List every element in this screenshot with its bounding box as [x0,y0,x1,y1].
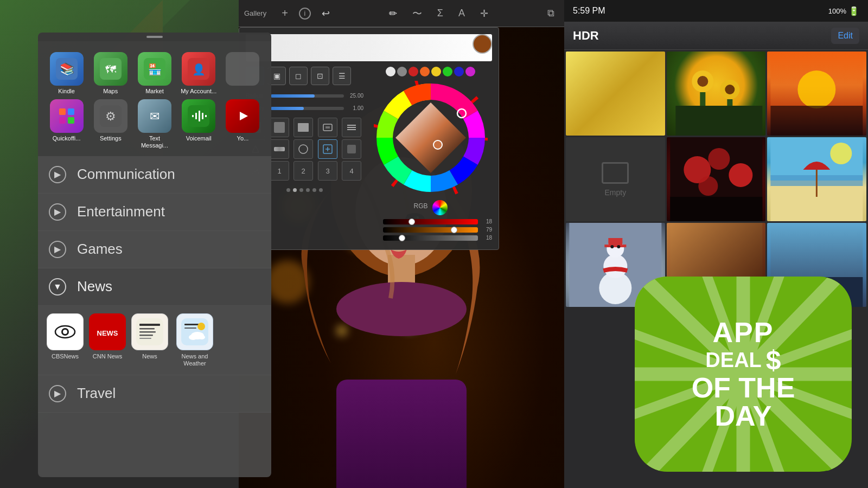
dot-6 [319,188,323,192]
add-btn[interactable]: + [277,5,292,22]
g-track[interactable] [383,227,478,233]
app-market[interactable]: 🏪 Market [135,52,174,95]
color-dot-6[interactable] [443,67,452,76]
color-dot-1[interactable] [386,67,395,76]
b-cursor [399,235,405,241]
brush-4[interactable] [318,118,337,137]
sigma-tool[interactable]: Σ [433,5,448,21]
color-dot-7[interactable] [454,67,464,76]
crop-tool-btn[interactable]: ⊡ [311,67,329,85]
g-slider-row: 79 [369,227,492,233]
photo-2[interactable] [667,52,766,136]
color-picker-panel: ✏ ▣ ◻ ⊡ ☰ Radius 25.00 Opacity [239,27,499,250]
svg-rect-11 [59,117,66,124]
entertainment-arrow: ▶ [49,203,66,221]
color-wheel-wrapper[interactable] [374,81,488,195]
app-cnnnews[interactable]: NEWS CNN News [89,313,126,367]
svg-rect-37 [181,318,208,345]
category-entertainment[interactable]: ▶ Entertainment [38,194,271,231]
brush-2[interactable] [270,118,289,137]
selected-color[interactable] [473,34,492,54]
color-dot-4[interactable] [420,67,430,76]
dot-5 [312,188,316,192]
brush-7[interactable] [270,139,289,159]
app-news[interactable]: News [131,313,168,367]
app-maps[interactable]: 🗺 Maps [91,52,130,95]
edit-button[interactable]: Edit [831,28,859,44]
app-settings[interactable]: ⚙ Settings [91,99,130,149]
category-news-label: News [77,278,112,295]
color-dot-3[interactable] [409,67,418,76]
brush-13[interactable]: 2 [293,161,313,181]
deal-dollar: $ [766,346,781,374]
color-dot-5[interactable] [431,67,441,76]
brush-9[interactable] [318,139,337,159]
r-track[interactable] [383,219,478,224]
curve-tool[interactable]: 〜 [408,5,426,22]
pencil-tool[interactable]: ✏ [385,5,401,22]
app-settings-label: Settings [100,135,122,142]
news-arrow: ▼ [49,278,66,296]
text-tool[interactable]: A [454,5,469,21]
svg-rect-22 [205,115,207,117]
undo-btn[interactable]: ↩ [317,5,334,22]
category-entertainment-label: Entertainment [77,203,165,220]
b-track[interactable] [383,235,478,241]
color-dots-grid [386,67,475,76]
svg-marker-63 [395,102,466,173]
color-dot-8[interactable] [465,67,475,76]
app-deal-badge[interactable]: APP DEAL $ OF THE DAY [635,277,852,472]
app-newsweather[interactable]: News and Weather [174,313,216,367]
svg-text:NEWS: NEWS [97,329,118,337]
svg-point-69 [725,85,735,94]
app-voicemail[interactable]: Voicemail [179,99,219,149]
photo-6[interactable] [767,137,866,221]
app-cbsnews[interactable]: CBSNews [47,313,84,367]
color-dot-2[interactable] [397,67,407,76]
svg-point-78 [708,148,730,170]
opacity-track[interactable] [271,107,344,110]
app-textmsg[interactable]: ✉ Text Messagi... [135,99,174,149]
brush-10[interactable] [342,139,361,159]
info-btn[interactable]: i [299,8,311,20]
eraser-tool-btn[interactable]: ◻ [289,67,308,85]
app-myaccount[interactable]: 👤 My Account... [179,52,219,95]
brush-5[interactable] [342,118,361,137]
category-news[interactable]: ▼ News [38,268,271,306]
category-travel[interactable]: ▶ Travel [38,375,271,413]
svg-rect-19 [195,113,197,119]
app-quickoffice-label: Quickoffi... [53,135,81,142]
app-maps-label: Maps [103,88,118,95]
svg-rect-38 [184,324,200,325]
photo-1[interactable] [566,52,665,136]
opacity-value: 1.00 [347,105,363,111]
category-games[interactable]: ▶ Games [38,231,271,268]
brush-3[interactable] [293,118,313,137]
travel-arrow: ▶ [49,385,66,402]
brush-8[interactable] [293,139,313,159]
panel-handle [146,36,163,38]
dot-1 [286,188,290,192]
app-youtube[interactable]: Yo... [223,99,263,149]
list-tool-btn[interactable]: ☰ [333,67,351,85]
color-mode-toggle[interactable] [432,200,448,215]
brush-15[interactable]: 4 [342,161,361,181]
svg-text:2: 2 [302,167,305,175]
app-quickoffice[interactable]: Quickoffi... [47,99,86,149]
app-kindle[interactable]: 📚 Kindle [47,52,86,95]
svg-rect-81 [670,197,762,221]
photo-3[interactable] [767,52,866,136]
brush-12[interactable]: 1 [270,161,289,181]
layers-btn[interactable]: ⧉ [543,5,559,21]
g-cursor [451,227,457,233]
gallery-btn[interactable]: Gallery [244,9,266,17]
brush-14[interactable]: 3 [318,161,337,181]
rgb-sliders: 18 79 18 [369,219,492,243]
svg-rect-39 [184,328,196,329]
move-tool[interactable]: ✛ [476,5,493,22]
category-communication[interactable]: ▶ Communication [38,156,271,194]
svg-rect-12 [68,117,74,124]
photo-empty[interactable]: Empty [566,137,665,221]
radius-track[interactable] [271,94,344,98]
photo-5[interactable] [667,137,766,221]
